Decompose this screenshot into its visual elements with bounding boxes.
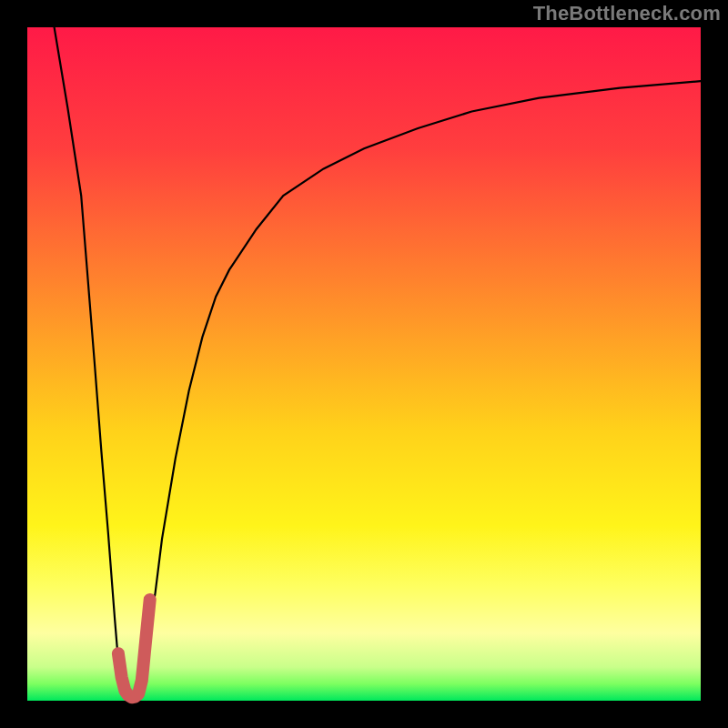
chart-stage: TheBottleneck.com — [0, 0, 728, 728]
plot-area — [27, 27, 701, 701]
chart-svg — [0, 0, 728, 728]
watermark-text: TheBottleneck.com — [533, 2, 721, 25]
